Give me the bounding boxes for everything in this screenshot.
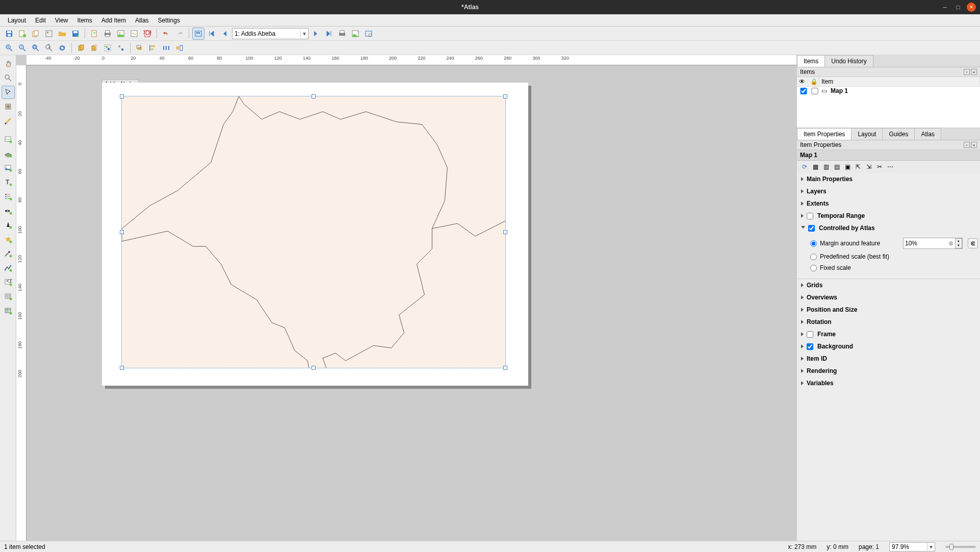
resize-handle[interactable] xyxy=(312,366,316,370)
export-svg-icon[interactable] xyxy=(128,28,140,40)
menu-items[interactable]: Items xyxy=(73,15,97,26)
export-atlas-icon[interactable] xyxy=(349,28,362,40)
add-picture-icon[interactable] xyxy=(2,161,15,174)
align-left-icon[interactable] xyxy=(147,42,159,54)
add-arrow-icon[interactable] xyxy=(2,247,15,260)
export-pdf-icon[interactable]: PDF xyxy=(141,28,153,40)
canvas[interactable]: -40-200204060801001201401601802002202402… xyxy=(16,55,796,541)
move-content-icon[interactable] xyxy=(2,100,15,113)
zoom-slider[interactable] xyxy=(945,546,976,548)
lock-items-icon[interactable] xyxy=(75,42,87,54)
zoom-combo[interactable]: 97.9% ▾ xyxy=(889,542,935,551)
add-legend-icon[interactable] xyxy=(2,190,15,203)
items-list[interactable]: 👁 🔒 Item ▭ Map 1 xyxy=(797,77,980,128)
add-label-icon[interactable]: T xyxy=(2,175,15,189)
section-position-size[interactable]: Position and Size xyxy=(797,304,980,316)
resize-handle[interactable] xyxy=(312,94,316,98)
resize-handle[interactable] xyxy=(120,366,124,370)
margin-radio[interactable] xyxy=(810,240,817,247)
distribute-icon[interactable] xyxy=(160,42,172,54)
set-extent-icon[interactable]: ▦ xyxy=(811,162,820,171)
prev-feature-icon[interactable] xyxy=(219,28,231,40)
add-north-arrow-icon[interactable] xyxy=(2,218,15,232)
export-image-icon[interactable] xyxy=(115,28,127,40)
frame-checkbox[interactable] xyxy=(807,331,813,338)
preview-atlas-icon[interactable] xyxy=(192,28,204,40)
tab-items[interactable]: Items xyxy=(797,55,825,67)
margin-input[interactable] xyxy=(904,239,947,247)
add-3dmap-icon[interactable] xyxy=(2,147,15,160)
tab-undo-history[interactable]: Undo History xyxy=(824,55,873,67)
undock-icon[interactable]: ▫ xyxy=(964,69,970,75)
ungroup-icon[interactable] xyxy=(115,42,127,54)
section-grids[interactable]: Grids xyxy=(797,279,980,291)
zoom-full-icon[interactable] xyxy=(30,42,42,54)
close-button[interactable]: × xyxy=(967,3,976,12)
tab-item-properties[interactable]: Item Properties xyxy=(797,128,852,140)
list-item[interactable]: ▭ Map 1 xyxy=(797,87,980,95)
zoom-actual-icon[interactable]: 1 xyxy=(43,42,55,54)
next-feature-icon[interactable] xyxy=(310,28,322,40)
atlas-settings-icon[interactable] xyxy=(363,28,375,40)
resize-handle[interactable] xyxy=(503,366,507,370)
resize-handle[interactable] xyxy=(120,230,124,234)
tab-atlas[interactable]: Atlas xyxy=(914,128,941,140)
zoom-icon[interactable] xyxy=(2,71,15,85)
maximize-button[interactable]: □ xyxy=(953,3,963,12)
layout-manager-icon[interactable] xyxy=(43,28,55,40)
new-layout-icon[interactable] xyxy=(16,28,29,40)
clear-icon[interactable]: ⊗ xyxy=(947,240,955,247)
temporal-range-checkbox[interactable] xyxy=(807,213,813,219)
set-scale-icon[interactable]: ▤ xyxy=(832,162,841,171)
add-scalebar-icon[interactable] xyxy=(2,204,15,217)
section-frame[interactable]: Frame xyxy=(797,328,980,340)
close-panel-icon[interactable]: × xyxy=(971,142,977,148)
close-panel-icon[interactable]: × xyxy=(971,69,977,75)
add-html-icon[interactable]: </> xyxy=(2,275,15,289)
add-node-item-icon[interactable] xyxy=(2,261,15,274)
labeling-icon[interactable]: ⇲ xyxy=(864,162,873,171)
tab-layout[interactable]: Layout xyxy=(851,128,883,140)
print-icon[interactable] xyxy=(101,28,114,40)
section-overviews[interactable]: Overviews xyxy=(797,291,980,304)
section-extents[interactable]: Extents xyxy=(797,197,980,210)
resize-handle[interactable] xyxy=(503,230,507,234)
last-feature-icon[interactable] xyxy=(323,28,335,40)
feature-dropdown[interactable]: 1: Addis Abeba ▾ xyxy=(232,28,308,39)
section-controlled-by-atlas[interactable]: Controlled by Atlas xyxy=(797,222,980,234)
add-from-template-icon[interactable]: + xyxy=(88,28,100,40)
minimize-button[interactable]: – xyxy=(940,3,949,12)
open-folder-icon[interactable] xyxy=(56,28,68,40)
first-feature-icon[interactable] xyxy=(205,28,218,40)
clip-icon[interactable]: ✂ xyxy=(875,162,884,171)
zoom-in-icon[interactable] xyxy=(3,42,15,54)
add-table-icon[interactable] xyxy=(2,290,15,303)
resize-icon[interactable] xyxy=(173,42,186,54)
redo-icon[interactable] xyxy=(173,28,186,40)
menu-add-item[interactable]: Add Item xyxy=(97,15,131,26)
data-defined-override-icon[interactable]: ⋐ xyxy=(968,238,978,248)
section-background[interactable]: Background xyxy=(797,340,980,353)
undo-icon[interactable] xyxy=(160,28,172,40)
section-variables[interactable]: Variables xyxy=(797,377,980,389)
menu-layout[interactable]: Layout xyxy=(3,15,31,26)
print-atlas-icon[interactable] xyxy=(336,28,348,40)
pan-icon[interactable] xyxy=(2,57,15,70)
section-rotation[interactable]: Rotation xyxy=(797,316,980,328)
fixed-scale-radio[interactable] xyxy=(810,265,817,271)
save-template-icon[interactable] xyxy=(69,28,82,40)
tab-guides[interactable]: Guides xyxy=(882,128,915,140)
group-icon[interactable] xyxy=(101,42,114,54)
raise-items-icon[interactable] xyxy=(134,42,146,54)
menu-edit[interactable]: Edit xyxy=(31,15,50,26)
duplicate-layout-icon[interactable] xyxy=(30,28,42,40)
map-item[interactable] xyxy=(121,96,506,368)
resize-handle[interactable] xyxy=(503,94,507,98)
section-layers[interactable]: Layers xyxy=(797,185,980,197)
refresh-preview-icon[interactable]: ⟳ xyxy=(800,162,809,171)
bookmark-extent-icon[interactable]: ▣ xyxy=(843,162,852,171)
add-fixed-table-icon[interactable] xyxy=(2,304,15,317)
select-icon[interactable] xyxy=(2,86,15,99)
section-main-properties[interactable]: Main Properties xyxy=(797,173,980,185)
margin-spinner[interactable]: ▴▾ xyxy=(955,238,962,248)
